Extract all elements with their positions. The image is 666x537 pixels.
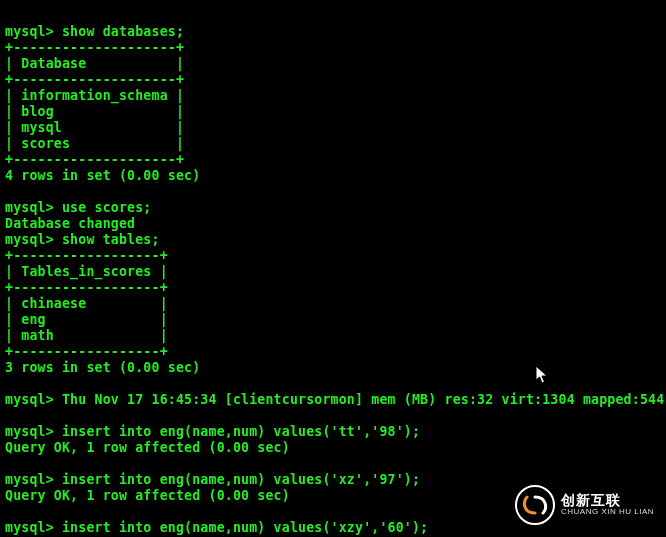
logo-text-cn: 创新互联 xyxy=(561,493,654,508)
table-border: +--------------------+ xyxy=(5,40,184,55)
table-header: | Database | xyxy=(5,56,184,71)
table-row: | scores | xyxy=(5,136,184,151)
logo-text-en: CHUANG XIN HU LIAN xyxy=(561,508,654,517)
table-border: +------------------+ xyxy=(5,344,168,359)
result-line: Query OK, 1 row affected (0.00 sec) xyxy=(5,488,290,503)
command-line: mysql> insert into eng(name,num) values(… xyxy=(5,472,420,487)
table-row: | eng | xyxy=(5,312,168,327)
status-line: Database changed xyxy=(5,216,135,231)
table-row: | math | xyxy=(5,328,168,343)
table-row: | mysql | xyxy=(5,120,184,135)
table-border: +--------------------+ xyxy=(5,72,184,87)
table-border: +------------------+ xyxy=(5,248,168,263)
command-line: mysql> show databases; xyxy=(5,24,184,39)
table-row: | chinaese | xyxy=(5,296,168,311)
command-line: mysql> show tables; xyxy=(5,232,160,247)
table-border: +------------------+ xyxy=(5,280,168,295)
table-row: | blog | xyxy=(5,104,184,119)
watermark-logo: 创新互联 CHUANG XIN HU LIAN xyxy=(515,485,654,525)
result-line: 4 rows in set (0.00 sec) xyxy=(5,168,200,183)
command-line: mysql> insert into eng(name,num) values(… xyxy=(5,424,420,439)
table-row: | information_schema | xyxy=(5,88,184,103)
logo-icon xyxy=(515,485,555,525)
command-line: mysql> use scores; xyxy=(5,200,152,215)
result-line: 3 rows in set (0.00 sec) xyxy=(5,360,200,375)
command-line: mysql> Thu Nov 17 16:45:34 [clientcursor… xyxy=(5,392,664,407)
table-border: +--------------------+ xyxy=(5,152,184,167)
table-header: | Tables_in_scores | xyxy=(5,264,168,279)
result-line: Query OK, 1 row affected (0.00 sec) xyxy=(5,440,290,455)
command-line: mysql> insert into eng(name,num) values(… xyxy=(5,520,428,535)
terminal-output[interactable]: mysql> show databases; +----------------… xyxy=(0,0,666,537)
